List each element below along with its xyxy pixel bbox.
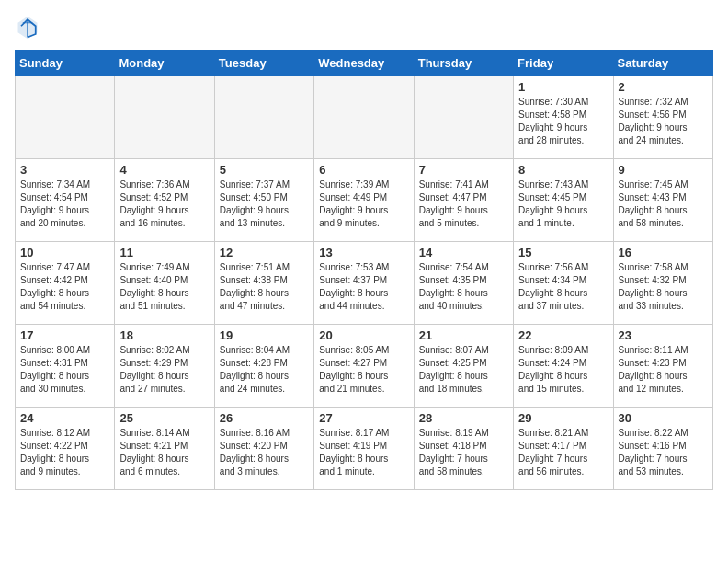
day-number: 27 bbox=[319, 411, 408, 425]
day-info: Sunrise: 7:45 AM Sunset: 4:43 PM Dayligh… bbox=[619, 178, 708, 230]
day-number: 13 bbox=[319, 246, 408, 259]
day-cell: 12Sunrise: 7:51 AM Sunset: 4:38 PM Dayli… bbox=[214, 242, 313, 325]
col-header-wednesday: Wednesday bbox=[314, 51, 414, 76]
header-row: SundayMondayTuesdayWednesdayThursdayFrid… bbox=[16, 51, 713, 76]
day-cell bbox=[314, 76, 414, 159]
day-info: Sunrise: 7:43 AM Sunset: 4:45 PM Dayligh… bbox=[518, 178, 608, 230]
week-row-4: 17Sunrise: 8:00 AM Sunset: 4:31 PM Dayli… bbox=[16, 325, 713, 408]
day-info: Sunrise: 7:53 AM Sunset: 4:37 PM Dayligh… bbox=[319, 261, 408, 313]
day-number: 22 bbox=[518, 328, 608, 342]
day-cell: 4Sunrise: 7:36 AM Sunset: 4:52 PM Daylig… bbox=[115, 159, 214, 242]
col-header-monday: Monday bbox=[115, 51, 214, 76]
day-info: Sunrise: 7:39 AM Sunset: 4:49 PM Dayligh… bbox=[319, 178, 408, 230]
day-info: Sunrise: 8:12 AM Sunset: 4:22 PM Dayligh… bbox=[20, 427, 109, 478]
day-cell: 17Sunrise: 8:00 AM Sunset: 4:31 PM Dayli… bbox=[16, 325, 115, 408]
day-info: Sunrise: 8:16 AM Sunset: 4:20 PM Dayligh… bbox=[220, 427, 309, 478]
day-cell: 1Sunrise: 7:30 AM Sunset: 4:58 PM Daylig… bbox=[514, 76, 613, 159]
day-info: Sunrise: 7:51 AM Sunset: 4:38 PM Dayligh… bbox=[220, 261, 309, 313]
day-cell: 25Sunrise: 8:14 AM Sunset: 4:21 PM Dayli… bbox=[115, 408, 214, 490]
col-header-saturday: Saturday bbox=[613, 51, 712, 76]
day-number: 30 bbox=[619, 411, 708, 425]
day-info: Sunrise: 8:02 AM Sunset: 4:29 PM Dayligh… bbox=[119, 344, 209, 396]
day-number: 29 bbox=[518, 411, 608, 425]
day-cell: 16Sunrise: 7:58 AM Sunset: 4:32 PM Dayli… bbox=[613, 242, 712, 325]
day-info: Sunrise: 7:41 AM Sunset: 4:47 PM Dayligh… bbox=[419, 178, 508, 230]
page-header bbox=[15, 15, 713, 40]
day-info: Sunrise: 7:49 AM Sunset: 4:40 PM Dayligh… bbox=[119, 261, 209, 313]
day-info: Sunrise: 7:34 AM Sunset: 4:54 PM Dayligh… bbox=[20, 178, 109, 230]
day-cell: 2Sunrise: 7:32 AM Sunset: 4:56 PM Daylig… bbox=[613, 76, 712, 159]
day-cell bbox=[115, 76, 214, 159]
week-row-2: 3Sunrise: 7:34 AM Sunset: 4:54 PM Daylig… bbox=[16, 159, 713, 242]
day-info: Sunrise: 8:14 AM Sunset: 4:21 PM Dayligh… bbox=[119, 427, 209, 478]
day-cell: 14Sunrise: 7:54 AM Sunset: 4:35 PM Dayli… bbox=[414, 242, 513, 325]
day-number: 21 bbox=[419, 328, 508, 342]
day-info: Sunrise: 8:04 AM Sunset: 4:28 PM Dayligh… bbox=[220, 344, 309, 396]
day-number: 11 bbox=[119, 246, 209, 259]
day-number: 23 bbox=[619, 328, 708, 342]
day-cell: 7Sunrise: 7:41 AM Sunset: 4:47 PM Daylig… bbox=[414, 159, 513, 242]
day-number: 5 bbox=[220, 163, 309, 177]
day-number: 12 bbox=[220, 246, 309, 259]
day-info: Sunrise: 8:17 AM Sunset: 4:19 PM Dayligh… bbox=[319, 427, 408, 478]
day-number: 1 bbox=[518, 80, 608, 94]
day-number: 26 bbox=[220, 411, 309, 425]
day-number: 25 bbox=[119, 411, 209, 425]
day-cell: 21Sunrise: 8:07 AM Sunset: 4:25 PM Dayli… bbox=[414, 325, 513, 408]
day-info: Sunrise: 8:21 AM Sunset: 4:17 PM Dayligh… bbox=[518, 427, 608, 478]
day-info: Sunrise: 8:05 AM Sunset: 4:27 PM Dayligh… bbox=[319, 344, 408, 396]
day-number: 7 bbox=[419, 163, 508, 177]
day-number: 16 bbox=[619, 246, 708, 259]
day-info: Sunrise: 8:22 AM Sunset: 4:16 PM Dayligh… bbox=[619, 427, 708, 478]
day-cell: 24Sunrise: 8:12 AM Sunset: 4:22 PM Dayli… bbox=[16, 408, 115, 490]
day-info: Sunrise: 8:11 AM Sunset: 4:23 PM Dayligh… bbox=[619, 344, 708, 396]
day-cell: 18Sunrise: 8:02 AM Sunset: 4:29 PM Dayli… bbox=[115, 325, 214, 408]
day-info: Sunrise: 8:19 AM Sunset: 4:18 PM Dayligh… bbox=[419, 427, 508, 478]
day-info: Sunrise: 7:36 AM Sunset: 4:52 PM Dayligh… bbox=[119, 178, 209, 230]
day-cell: 5Sunrise: 7:37 AM Sunset: 4:50 PM Daylig… bbox=[214, 159, 313, 242]
day-number: 28 bbox=[419, 411, 508, 425]
day-cell: 29Sunrise: 8:21 AM Sunset: 4:17 PM Dayli… bbox=[514, 408, 613, 490]
day-number: 14 bbox=[419, 246, 508, 259]
day-info: Sunrise: 8:09 AM Sunset: 4:24 PM Dayligh… bbox=[518, 344, 608, 396]
day-cell: 23Sunrise: 8:11 AM Sunset: 4:23 PM Dayli… bbox=[613, 325, 712, 408]
day-info: Sunrise: 7:47 AM Sunset: 4:42 PM Dayligh… bbox=[20, 261, 109, 313]
logo-icon bbox=[15, 15, 40, 40]
day-cell bbox=[214, 76, 313, 159]
day-cell: 11Sunrise: 7:49 AM Sunset: 4:40 PM Dayli… bbox=[115, 242, 214, 325]
day-cell: 26Sunrise: 8:16 AM Sunset: 4:20 PM Dayli… bbox=[214, 408, 313, 490]
day-number: 3 bbox=[20, 163, 109, 177]
day-cell: 10Sunrise: 7:47 AM Sunset: 4:42 PM Dayli… bbox=[16, 242, 115, 325]
day-number: 18 bbox=[119, 328, 209, 342]
day-cell: 8Sunrise: 7:43 AM Sunset: 4:45 PM Daylig… bbox=[514, 159, 613, 242]
day-number: 19 bbox=[220, 328, 309, 342]
week-row-3: 10Sunrise: 7:47 AM Sunset: 4:42 PM Dayli… bbox=[16, 242, 713, 325]
day-number: 17 bbox=[20, 328, 109, 342]
logo bbox=[15, 15, 44, 40]
day-cell: 15Sunrise: 7:56 AM Sunset: 4:34 PM Dayli… bbox=[514, 242, 613, 325]
day-number: 24 bbox=[20, 411, 109, 425]
day-cell: 30Sunrise: 8:22 AM Sunset: 4:16 PM Dayli… bbox=[613, 408, 712, 490]
day-cell bbox=[414, 76, 513, 159]
col-header-tuesday: Tuesday bbox=[214, 51, 313, 76]
col-header-friday: Friday bbox=[514, 51, 613, 76]
day-number: 8 bbox=[518, 163, 608, 177]
day-info: Sunrise: 7:37 AM Sunset: 4:50 PM Dayligh… bbox=[220, 178, 309, 230]
day-cell: 27Sunrise: 8:17 AM Sunset: 4:19 PM Dayli… bbox=[314, 408, 414, 490]
day-info: Sunrise: 7:58 AM Sunset: 4:32 PM Dayligh… bbox=[619, 261, 708, 313]
calendar-table: SundayMondayTuesdayWednesdayThursdayFrid… bbox=[15, 50, 713, 490]
day-cell: 20Sunrise: 8:05 AM Sunset: 4:27 PM Dayli… bbox=[314, 325, 414, 408]
day-cell: 3Sunrise: 7:34 AM Sunset: 4:54 PM Daylig… bbox=[16, 159, 115, 242]
day-cell: 19Sunrise: 8:04 AM Sunset: 4:28 PM Dayli… bbox=[214, 325, 313, 408]
day-number: 15 bbox=[518, 246, 608, 259]
day-info: Sunrise: 8:00 AM Sunset: 4:31 PM Dayligh… bbox=[20, 344, 109, 396]
day-cell bbox=[16, 76, 115, 159]
day-number: 4 bbox=[119, 163, 209, 177]
day-info: Sunrise: 7:32 AM Sunset: 4:56 PM Dayligh… bbox=[619, 96, 708, 147]
day-info: Sunrise: 7:30 AM Sunset: 4:58 PM Dayligh… bbox=[518, 96, 608, 147]
day-info: Sunrise: 7:54 AM Sunset: 4:35 PM Dayligh… bbox=[419, 261, 508, 313]
week-row-5: 24Sunrise: 8:12 AM Sunset: 4:22 PM Dayli… bbox=[16, 408, 713, 490]
day-number: 10 bbox=[20, 246, 109, 259]
day-number: 9 bbox=[619, 163, 708, 177]
day-number: 2 bbox=[619, 80, 708, 94]
